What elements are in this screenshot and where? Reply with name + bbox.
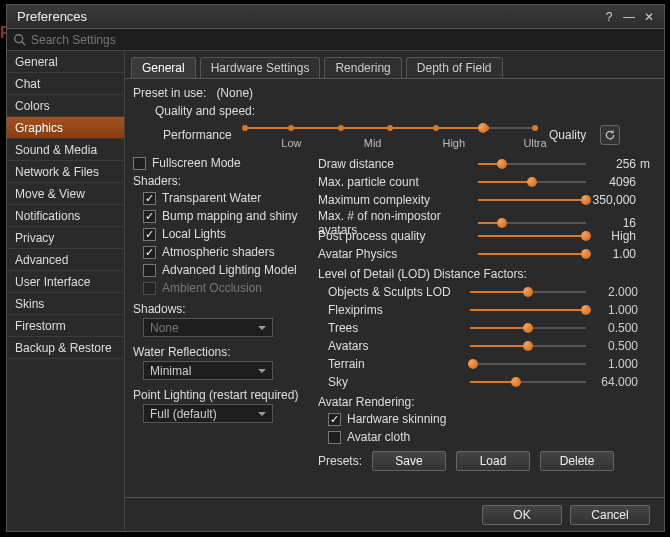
- slider[interactable]: [470, 303, 586, 317]
- presets-label: Presets:: [318, 454, 362, 468]
- pointlight-dropdown[interactable]: Full (default): [143, 404, 273, 423]
- titlebar[interactable]: Preferences ? — ✕: [7, 5, 664, 29]
- lod-title: Level of Detail (LOD) Distance Factors:: [318, 267, 654, 281]
- sidebar-item-general[interactable]: General: [7, 51, 124, 73]
- slider[interactable]: [470, 375, 586, 389]
- ok-button[interactable]: OK: [482, 505, 562, 525]
- avren-label: Avatar cloth: [347, 430, 410, 444]
- cancel-button[interactable]: Cancel: [570, 505, 650, 525]
- slider[interactable]: [478, 175, 586, 189]
- search-icon: [13, 33, 27, 47]
- save-button[interactable]: Save: [372, 451, 446, 471]
- shader-label: Transparent Water: [162, 191, 261, 205]
- slider-value: 4096: [588, 175, 638, 189]
- slider[interactable]: [478, 157, 586, 171]
- search-bar: [7, 29, 664, 51]
- close-icon[interactable]: ✕: [640, 8, 658, 26]
- tab-depth-of-field[interactable]: Depth of Field: [406, 57, 503, 78]
- refresh-icon: [604, 129, 616, 141]
- slider-unit: m: [640, 157, 654, 171]
- window-title: Preferences: [17, 9, 598, 24]
- shadows-title: Shadows:: [133, 302, 306, 316]
- help-icon[interactable]: ?: [600, 8, 618, 26]
- slider[interactable]: [478, 247, 586, 261]
- lod-value: 64.000: [588, 375, 638, 389]
- shader-label: Ambient Occlusion: [162, 281, 262, 295]
- checkbox[interactable]: [143, 246, 156, 259]
- shadows-dropdown[interactable]: None: [143, 318, 273, 337]
- checkbox[interactable]: [143, 210, 156, 223]
- slider-value: 1.00: [588, 247, 638, 261]
- sidebar-item-move-view[interactable]: Move & View: [7, 183, 124, 205]
- lod-label: Avatars: [318, 339, 468, 353]
- footer: OK Cancel: [125, 497, 664, 531]
- lod-value: 0.500: [588, 339, 638, 353]
- search-input[interactable]: [31, 33, 658, 47]
- lod-label: Sky: [318, 375, 468, 389]
- slider-label: Post process quality: [318, 229, 476, 243]
- tab-general[interactable]: General: [131, 57, 196, 78]
- sidebar-item-user-interface[interactable]: User Interface: [7, 271, 124, 293]
- preferences-window: Preferences ? — ✕ GeneralChatColorsGraph…: [6, 4, 665, 532]
- checkbox: [143, 282, 156, 295]
- load-button[interactable]: Load: [456, 451, 530, 471]
- quality-right-label: Quality: [549, 128, 586, 142]
- avren-label: Hardware skinning: [347, 412, 446, 426]
- refresh-button[interactable]: [600, 125, 620, 145]
- checkbox[interactable]: [143, 228, 156, 241]
- slider[interactable]: [478, 229, 586, 243]
- lod-label: Objects & Sculpts LOD: [318, 285, 468, 299]
- tab-hardware-settings[interactable]: Hardware Settings: [200, 57, 321, 78]
- tabs: GeneralHardware SettingsRenderingDepth o…: [125, 51, 664, 78]
- checkbox[interactable]: [328, 413, 341, 426]
- slider[interactable]: [470, 321, 586, 335]
- sidebar: GeneralChatColorsGraphicsSound & MediaNe…: [7, 51, 125, 531]
- water-title: Water Reflections:: [133, 345, 306, 359]
- sidebar-item-colors[interactable]: Colors: [7, 95, 124, 117]
- lod-value: 1.000: [588, 303, 638, 317]
- shader-label: Bump mapping and shiny: [162, 209, 297, 223]
- fullscreen-checkbox[interactable]: [133, 157, 146, 170]
- panel-general: Preset in use: (None) Quality and speed:…: [125, 78, 664, 497]
- slider[interactable]: [478, 193, 586, 207]
- shader-label: Local Lights: [162, 227, 226, 241]
- svg-point-0: [15, 34, 23, 42]
- quality-title: Quality and speed:: [155, 104, 255, 118]
- tick-ultra: Ultra: [523, 137, 546, 149]
- checkbox[interactable]: [143, 264, 156, 277]
- slider-value: High: [588, 229, 638, 243]
- sidebar-item-firestorm[interactable]: Firestorm: [7, 315, 124, 337]
- checkbox[interactable]: [143, 192, 156, 205]
- sidebar-item-backup-restore[interactable]: Backup & Restore: [7, 337, 124, 359]
- lod-label: Terrain: [318, 357, 468, 371]
- sidebar-item-privacy[interactable]: Privacy: [7, 227, 124, 249]
- sidebar-item-notifications[interactable]: Notifications: [7, 205, 124, 227]
- sidebar-item-skins[interactable]: Skins: [7, 293, 124, 315]
- svg-line-1: [22, 41, 26, 45]
- tick-mid: Mid: [364, 137, 382, 149]
- sidebar-item-chat[interactable]: Chat: [7, 73, 124, 95]
- lod-value: 2.000: [588, 285, 638, 299]
- slider[interactable]: [470, 357, 586, 371]
- lod-value: 0.500: [588, 321, 638, 335]
- checkbox[interactable]: [328, 431, 341, 444]
- lod-label: Trees: [318, 321, 468, 335]
- water-dropdown[interactable]: Minimal: [143, 361, 273, 380]
- delete-button[interactable]: Delete: [540, 451, 614, 471]
- slider[interactable]: [478, 216, 586, 230]
- slider-value: 256: [588, 157, 638, 171]
- sidebar-item-graphics[interactable]: Graphics: [7, 117, 124, 139]
- sidebar-item-sound-media[interactable]: Sound & Media: [7, 139, 124, 161]
- quality-left-label: Performance: [163, 128, 239, 142]
- slider-label: Avatar Physics: [318, 247, 476, 261]
- tab-rendering[interactable]: Rendering: [324, 57, 401, 78]
- slider[interactable]: [470, 339, 586, 353]
- slider[interactable]: [470, 285, 586, 299]
- slider-label: Maximum complexity: [318, 193, 476, 207]
- sidebar-item-advanced[interactable]: Advanced: [7, 249, 124, 271]
- quality-slider[interactable]: [245, 121, 535, 135]
- slider-label: Draw distance: [318, 157, 476, 171]
- sidebar-item-network-files[interactable]: Network & Files: [7, 161, 124, 183]
- minimize-icon[interactable]: —: [620, 8, 638, 26]
- preset-label: Preset in use:: [133, 86, 206, 100]
